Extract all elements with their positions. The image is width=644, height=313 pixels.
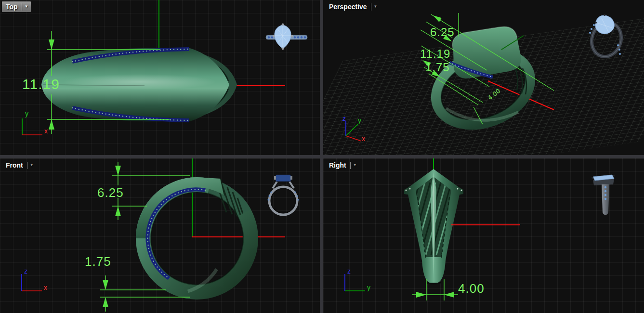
viewport-title-label[interactable]: Front [6, 161, 23, 169]
cplane-axis-gizmo [22, 118, 42, 135]
title-separator [350, 162, 351, 169]
render-preview-ring-front [267, 175, 299, 215]
viewport-front[interactable]: 6.25 1.75 z x Front ▼ [0, 158, 320, 313]
viewport-title-front[interactable]: Front ▼ [2, 160, 36, 170]
viewport-title-perspective[interactable]: Perspective ▼ [325, 1, 380, 12]
axis-label-z: z [342, 115, 346, 122]
title-separator [371, 3, 371, 11]
cplane-axis-gizmo [345, 274, 365, 291]
dimension-label[interactable]: 11.19 [22, 76, 60, 92]
chevron-down-icon[interactable]: ▼ [374, 5, 378, 9]
viewport-perspective[interactable]: 6.25 11.19 1.75 4.00 z y x Perspective ▼ [323, 0, 644, 155]
ring-model-right-view[interactable] [399, 169, 463, 285]
viewport-canvas-front[interactable] [0, 158, 320, 313]
dimension-label[interactable]: 1.75 [85, 254, 111, 269]
viewport-canvas-perspective[interactable] [323, 0, 644, 155]
render-preview-ring-top [266, 24, 307, 50]
viewport-title-top[interactable]: Top ▼ [2, 1, 31, 12]
axis-label-y: y [358, 117, 361, 124]
viewport-right[interactable]: 4.00 z y Right ▼ [323, 158, 644, 313]
render-preview-ring-right [591, 175, 615, 215]
chevron-down-icon[interactable]: ▼ [25, 5, 28, 9]
axis-label-y: y [25, 110, 28, 117]
axis-label-x: x [362, 135, 365, 143]
viewport-top[interactable]: 11.19 y x Top ▼ [0, 0, 320, 155]
viewport-title-label[interactable]: Right [329, 161, 346, 169]
axis-label-x: x [44, 127, 48, 135]
axis-label-y: y [367, 284, 370, 291]
dimension-label[interactable]: 6.25 [97, 185, 124, 200]
ring-model-front-view[interactable] [136, 177, 251, 292]
viewport-title-right[interactable]: Right ▼ [325, 160, 359, 170]
dimension-label[interactable]: 11.19 [420, 47, 450, 61]
cplane-axis-gizmo [22, 274, 42, 291]
dimension-label[interactable]: 1.75 [425, 61, 450, 74]
axis-label-x: x [44, 284, 47, 291]
cad-four-viewport-workspace: 11.19 y x Top ▼ [0, 0, 644, 313]
chevron-down-icon[interactable]: ▼ [30, 163, 34, 167]
title-separator [27, 162, 27, 169]
chevron-down-icon[interactable]: ▼ [353, 163, 357, 167]
dimension-label[interactable]: 6.25 [430, 26, 455, 39]
ring-model-top-view[interactable] [41, 48, 237, 121]
viewport-title-label[interactable]: Perspective [329, 3, 367, 11]
axis-label-z: z [24, 267, 27, 275]
title-separator [22, 3, 22, 11]
dimension-label[interactable]: 4.00 [458, 281, 485, 296]
viewport-title-label[interactable]: Top [6, 3, 18, 11]
render-preview-ring-perspective [587, 14, 625, 61]
axis-label-z: z [347, 267, 351, 275]
